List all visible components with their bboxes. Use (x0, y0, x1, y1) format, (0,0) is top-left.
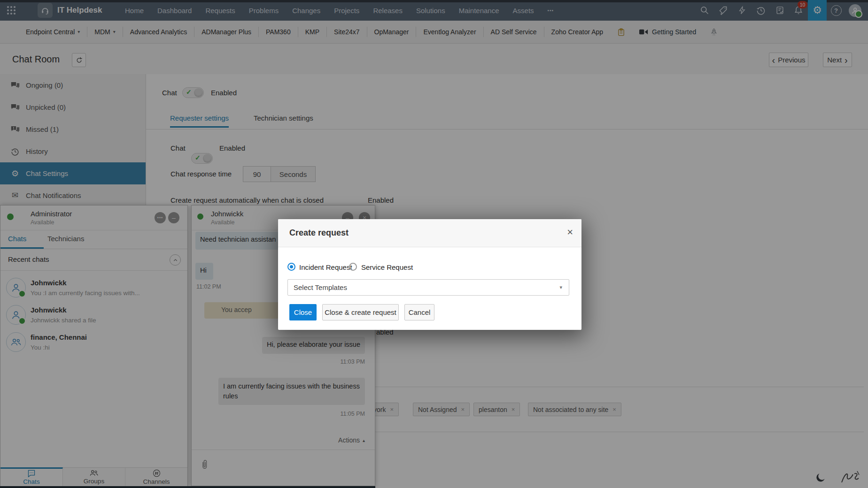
dropdown-caret-icon: ▾ (559, 284, 562, 290)
close-button[interactable]: Close (289, 304, 317, 320)
cancel-button[interactable]: Cancel (404, 304, 434, 320)
template-select-dropdown[interactable]: Select Templates ▾ (287, 279, 569, 296)
incident-request-label[interactable]: Incident Request (299, 263, 352, 271)
dropdown-placeholder: Select Templates (294, 283, 347, 291)
modal-close-icon[interactable]: × (567, 226, 573, 238)
close-and-create-request-button[interactable]: Close & create request (322, 304, 399, 320)
service-request-radio[interactable] (349, 263, 357, 271)
screen: IT Helpdesk Home Dashboard Requests Prob… (0, 0, 868, 488)
service-request-label[interactable]: Service Request (361, 263, 413, 271)
create-request-modal: Create request × Incident Request Servic… (278, 219, 581, 330)
modal-title: Create request (289, 219, 349, 247)
incident-request-radio[interactable] (287, 263, 295, 271)
modal-header: Create request × (278, 219, 581, 247)
